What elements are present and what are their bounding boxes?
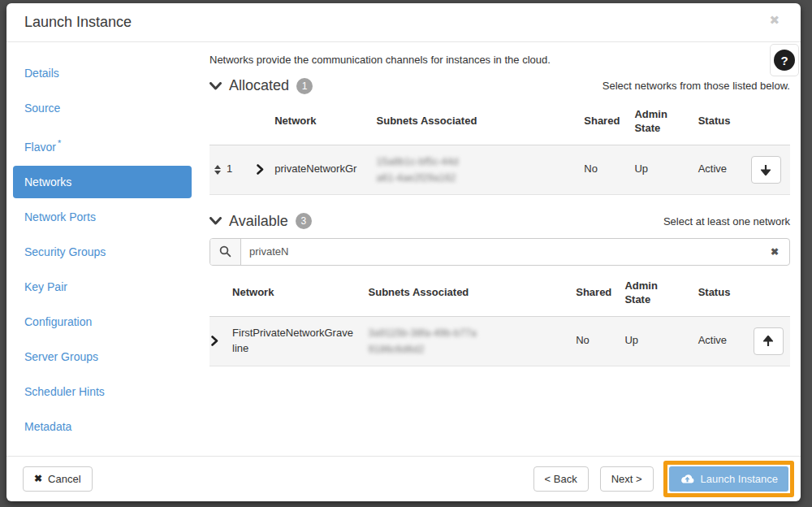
search-addon xyxy=(210,239,241,265)
question-mark-icon: ? xyxy=(774,50,795,71)
deallocate-network-button[interactable] xyxy=(751,156,781,184)
row-expander[interactable] xyxy=(257,164,266,175)
sidebar-item-label: Details xyxy=(24,67,59,80)
subnet-redacted: 9186c6d6d2 xyxy=(369,341,568,358)
modal-header: Launch Instance ✖ xyxy=(6,3,801,42)
allocated-section-header: Allocated 1 Select networks from those l… xyxy=(209,77,790,94)
next-button[interactable]: Next > xyxy=(600,466,654,492)
sidebar-item-label: Metadata xyxy=(24,420,71,433)
sidebar-item-label: Security Groups xyxy=(24,245,106,258)
allocated-count-badge: 1 xyxy=(296,78,313,94)
col-admin-state: Admin State xyxy=(624,269,698,316)
col-admin-state: Admin State xyxy=(634,98,698,145)
status-value: Active xyxy=(698,145,751,194)
chevron-right-icon xyxy=(211,336,218,346)
chevron-down-icon xyxy=(209,82,222,90)
available-table-header-row: Network Subnets Associated Shared Admin … xyxy=(209,269,790,316)
networks-step-content: Networks provide the communication chann… xyxy=(209,42,790,456)
admin-state-value: Up xyxy=(634,145,698,194)
required-asterisk: * xyxy=(58,138,61,148)
sidebar-item-networks[interactable]: Networks xyxy=(13,166,192,198)
arrow-down-icon xyxy=(761,164,771,176)
allocated-table-header-row: Network Subnets Associated Shared Admin … xyxy=(209,98,790,145)
search-input[interactable] xyxy=(241,239,760,265)
sidebar-item-label: Networks xyxy=(24,176,71,188)
sidebar-item-label: Network Ports xyxy=(24,210,96,223)
sidebar-item-details[interactable]: Details xyxy=(13,57,192,89)
network-filter: ✖ xyxy=(209,238,790,266)
sidebar-item-key-pair[interactable]: Key Pair xyxy=(13,271,192,303)
col-status: Status xyxy=(698,269,754,316)
sidebar-item-network-ports[interactable]: Network Ports xyxy=(13,201,192,233)
modal-title: Launch Instance xyxy=(24,14,132,31)
allocation-order: 1 xyxy=(227,162,232,175)
sidebar-item-flavor[interactable]: Flavor* xyxy=(13,127,192,163)
sidebar-item-label: Source xyxy=(24,102,60,115)
clear-search-icon[interactable]: ✖ xyxy=(760,239,789,265)
x-icon: ✖ xyxy=(34,473,42,485)
sidebar-item-scheduler-hints[interactable]: Scheduler Hints xyxy=(13,375,192,408)
available-collapse-toggle[interactable]: Available 3 xyxy=(209,213,312,230)
subnet-redacted: a61-4ae2f29a162 xyxy=(377,170,577,186)
launch-instance-modal: Launch Instance ✖ ? Details Source Flavo… xyxy=(6,3,801,501)
subnet-redacted: 15a8b1c-bf5c-44d xyxy=(377,154,577,170)
available-hint: Select at least one network xyxy=(663,215,790,228)
arrow-up-icon xyxy=(763,336,773,347)
action-highlight-box: Launch Instance xyxy=(663,461,794,497)
wizard-step-nav: Details Source Flavor* Networks Network … xyxy=(6,42,209,456)
available-network-row: FirstPrivateNetworkGraveline 3a9115b-38f… xyxy=(209,316,790,366)
modal-body: Details Source Flavor* Networks Network … xyxy=(6,42,801,456)
sidebar-item-server-groups[interactable]: Server Groups xyxy=(13,340,192,373)
close-icon[interactable]: ✖ xyxy=(769,14,780,26)
network-name: FirstPrivateNetworkGraveline xyxy=(232,316,368,366)
allocated-table: Network Subnets Associated Shared Admin … xyxy=(209,98,790,195)
cloud-upload-icon xyxy=(680,473,695,485)
shared-value: No xyxy=(576,316,624,366)
allocated-title: Allocated xyxy=(229,77,289,94)
row-expander[interactable] xyxy=(211,336,224,346)
col-network: Network xyxy=(274,98,376,145)
admin-state-value: Up xyxy=(624,316,698,366)
sidebar-item-label: Key Pair xyxy=(24,280,67,293)
status-value: Active xyxy=(698,316,754,366)
col-subnets: Subnets Associated xyxy=(369,269,577,316)
allocate-network-button[interactable] xyxy=(754,327,784,355)
subnet-redacted: 3a9115b-38fa-49b-b77a xyxy=(369,325,568,341)
back-button[interactable]: < Back xyxy=(533,466,589,492)
launch-instance-button[interactable]: Launch Instance xyxy=(669,466,788,492)
chevron-down-icon xyxy=(209,217,222,225)
cancel-button[interactable]: ✖ Cancel xyxy=(23,466,93,492)
available-title: Available xyxy=(229,213,288,230)
col-subnets: Subnets Associated xyxy=(377,98,585,145)
sidebar-item-label: Server Groups xyxy=(24,350,98,363)
sidebar-item-source[interactable]: Source xyxy=(13,92,192,124)
col-shared: Shared xyxy=(576,269,624,316)
available-count-badge: 3 xyxy=(296,213,312,229)
allocated-collapse-toggle[interactable]: Allocated 1 xyxy=(209,77,313,94)
sidebar-item-security-groups[interactable]: Security Groups xyxy=(13,236,192,268)
step-description: Networks provide the communication chann… xyxy=(209,54,790,66)
sidebar-item-label: Flavor xyxy=(24,141,56,154)
allocated-hint: Select networks from those listed below. xyxy=(603,80,790,92)
allocated-network-row: 1 privateNetworkGr 15a8b1c-bf5c-44d a61-… xyxy=(209,145,790,194)
sidebar-item-metadata[interactable]: Metadata xyxy=(13,410,192,443)
network-name: privateNetworkGr xyxy=(274,145,376,194)
available-section-header: Available 3 Select at least one network xyxy=(209,213,790,230)
sidebar-item-label: Configuration xyxy=(24,315,92,328)
search-icon xyxy=(219,245,231,258)
help-button[interactable]: ? xyxy=(770,44,799,76)
col-network: Network xyxy=(232,269,368,316)
modal-footer: ✖ Cancel < Back Next > Launch Instance xyxy=(6,456,801,501)
sidebar-item-configuration[interactable]: Configuration xyxy=(13,306,192,338)
chevron-right-icon xyxy=(257,164,264,175)
col-shared: Shared xyxy=(584,98,634,145)
col-status: Status xyxy=(698,98,751,145)
available-table: Network Subnets Associated Shared Admin … xyxy=(209,269,790,366)
shared-value: No xyxy=(584,145,634,194)
drag-reorder-icon[interactable] xyxy=(214,165,221,175)
sidebar-item-label: Scheduler Hints xyxy=(24,385,105,398)
